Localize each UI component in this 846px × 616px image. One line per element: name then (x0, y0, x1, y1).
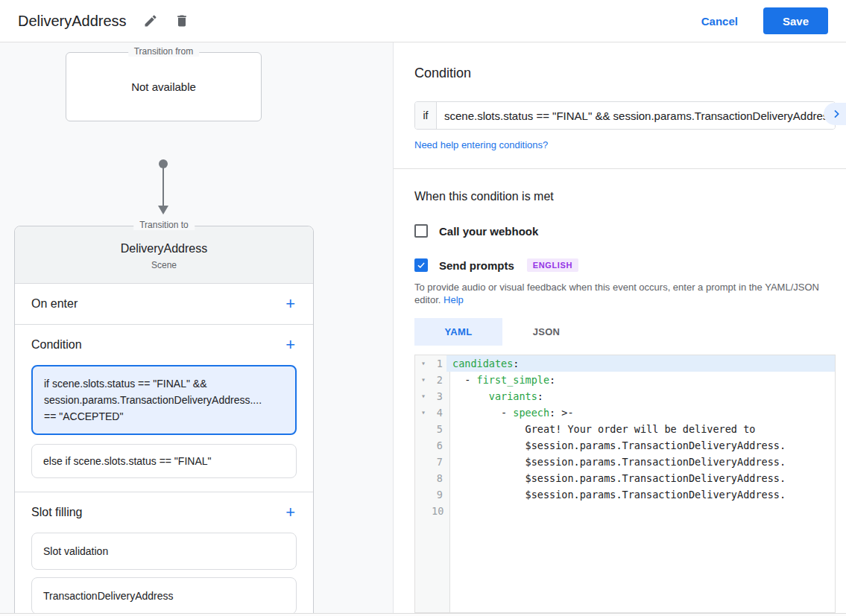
fold-spacer (415, 503, 432, 519)
language-badge: ENGLISH (527, 258, 578, 272)
edit-icon[interactable] (143, 13, 158, 28)
helper-text: To provide audio or visual feedback when… (414, 282, 819, 305)
scene-title: DeliveryAddress (15, 242, 313, 255)
add-on-enter-button[interactable]: + (284, 296, 297, 311)
panel-divider (394, 168, 846, 169)
section-condition: Condition + if scene.slots.status == "FI… (15, 324, 313, 478)
webhook-label: Call your webhook (439, 225, 538, 238)
condition-line: session.params.TransactionDeliveryAddres… (44, 392, 284, 408)
slot-filling-title: Slot filling (31, 506, 82, 519)
condition-line: if scene.slots.status == "FINAL" && (44, 375, 284, 392)
when-met-heading: When this condition is met (414, 190, 836, 203)
tab-json[interactable]: JSON (502, 318, 590, 346)
code-line[interactable]: 7 $session.params.TransactionDeliveryAdd… (415, 454, 835, 470)
line-number: 7 (432, 454, 446, 470)
code-text: $session.params.TransactionDeliveryAddre… (446, 486, 835, 503)
code-text: Great! Your order will be delivered to (446, 421, 835, 437)
help-link[interactable]: Help (443, 294, 464, 305)
scene-card-header[interactable]: DeliveryAddress Scene (15, 226, 313, 284)
flow-panel: Transition from Not available Transition… (0, 42, 394, 613)
send-prompts-checkbox[interactable] (414, 258, 428, 272)
condition-line: == "ACCEPTED" (44, 408, 284, 425)
connector-line (162, 165, 164, 206)
code-line[interactable]: 10 (415, 503, 835, 519)
fold-arrow-icon[interactable]: ▾ (415, 372, 432, 388)
code-rows: ▾1candidates:▾2 - first_simple:▾3 varian… (415, 355, 835, 519)
checkmark-icon (416, 260, 426, 270)
line-number: 9 (432, 486, 446, 503)
condition-expression-row: if (414, 101, 836, 130)
code-line[interactable]: 6 $session.params.TransactionDeliveryAdd… (415, 437, 835, 454)
line-number: 8 (432, 470, 446, 486)
code-text: variants: (446, 388, 835, 404)
line-number: 2 (432, 372, 446, 388)
fold-arrow-icon[interactable]: ▾ (415, 388, 432, 404)
transition-from-box[interactable]: Transition from Not available (66, 52, 262, 121)
save-button[interactable]: Save (763, 7, 828, 34)
transition-to-label: Transition to (133, 220, 195, 230)
fold-spacer (415, 486, 432, 503)
section-slot-filling: Slot filling + Slot validation Transacti… (15, 492, 313, 613)
transition-from-label: Transition from (128, 46, 200, 57)
code-text: candidates: (446, 355, 835, 372)
fold-spacer (415, 470, 432, 486)
code-text: $session.params.TransactionDeliveryAddre… (446, 454, 835, 470)
transition-from-value: Not available (66, 80, 261, 93)
horizontal-scrollbar-track[interactable] (0, 613, 846, 616)
condition-section-title: Condition (31, 338, 82, 352)
add-slot-filling-button[interactable]: + (284, 505, 297, 520)
code-line[interactable]: ▾1candidates: (415, 355, 835, 372)
code-line[interactable]: 8 $session.params.TransactionDeliveryAdd… (415, 470, 835, 486)
code-line[interactable]: ▾2 - first_simple: (415, 372, 835, 388)
code-line[interactable]: 9 $session.params.TransactionDeliveryAdd… (415, 486, 835, 503)
collapse-panel-button[interactable] (824, 103, 846, 125)
code-line[interactable]: ▾4 - speech: >- (415, 404, 835, 421)
condition-detail-panel: Condition if Need help entering conditio… (394, 42, 846, 613)
line-number: 1 (432, 355, 446, 372)
code-text: $session.params.TransactionDeliveryAddre… (446, 437, 835, 454)
line-number: 4 (432, 404, 446, 421)
condition-card-else[interactable]: else if scene.slots.status == "FINAL" (31, 444, 297, 478)
condition-card-selected[interactable]: if scene.slots.status == "FINAL" &&sessi… (31, 365, 297, 435)
code-text: $session.params.TransactionDeliveryAddre… (446, 470, 835, 486)
code-line[interactable]: 5 Great! Your order will be delivered to (415, 421, 835, 437)
if-prefix: if (415, 102, 437, 129)
fold-arrow-icon[interactable]: ▾ (415, 355, 432, 372)
send-prompts-row: Send prompts ENGLISH (414, 258, 836, 272)
conditions-help-link[interactable]: Need help entering conditions? (414, 139, 548, 150)
add-condition-button[interactable]: + (284, 337, 297, 352)
line-number: 3 (432, 388, 446, 404)
fold-spacer (415, 421, 432, 437)
app-header: DeliveryAddress Cancel Save (0, 0, 846, 42)
code-text: - first_simple: (446, 372, 835, 388)
scene-subtitle: Scene (15, 260, 313, 270)
main-content: Transition from Not available Transition… (0, 42, 846, 613)
code-text: - speech: >- (446, 404, 835, 421)
transaction-delivery-address-card[interactable]: TransactionDeliveryAddress (31, 577, 297, 613)
slot-validation-card[interactable]: Slot validation (31, 533, 297, 570)
section-on-enter: On enter + (15, 284, 313, 324)
fold-spacer (415, 454, 432, 470)
code-text (446, 503, 835, 519)
tab-yaml[interactable]: YAML (414, 318, 502, 346)
cancel-button[interactable]: Cancel (701, 15, 738, 28)
code-line[interactable]: ▾3 variants: (415, 388, 835, 404)
code-editor[interactable]: ▾1candidates:▾2 - first_simple:▾3 varian… (414, 355, 836, 613)
condition-expression-input[interactable] (437, 102, 835, 129)
line-number: 5 (432, 421, 446, 437)
send-prompts-label: Send prompts (439, 259, 514, 272)
line-number: 10 (432, 503, 446, 519)
fold-arrow-icon[interactable]: ▾ (415, 404, 432, 421)
connector-arrow-icon (158, 206, 168, 215)
editor-tabs: YAML JSON (414, 318, 836, 346)
on-enter-title: On enter (31, 297, 78, 311)
transition-to-card: Transition to DeliveryAddress Scene On e… (14, 226, 314, 613)
delete-icon[interactable] (174, 13, 189, 28)
condition-panel-title: Condition (414, 66, 836, 81)
chevron-right-icon (830, 108, 842, 120)
webhook-checkbox[interactable] (414, 224, 428, 238)
prompts-helper-text: To provide audio or visual feedback when… (414, 281, 836, 306)
page-title: DeliveryAddress (18, 13, 127, 30)
line-number: 6 (432, 437, 446, 454)
fold-spacer (415, 437, 432, 454)
